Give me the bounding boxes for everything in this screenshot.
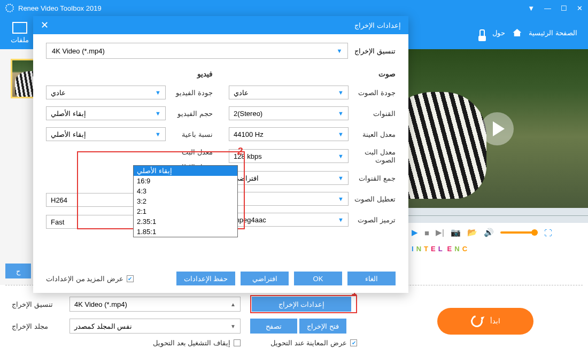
video-size-label: حجم الفيديو	[171, 110, 213, 118]
video-quality-label: جودة الفيديو	[171, 89, 213, 97]
audio-heading: صوت	[229, 69, 396, 78]
start-button-label: ابدأ	[490, 317, 500, 325]
output-folder-select[interactable]: نفس المجلد كمصدر▼	[69, 319, 241, 334]
start-button[interactable]: ابدأ	[437, 308, 533, 335]
add-files-label: ملفات	[11, 36, 29, 44]
video-size-select[interactable]: إبقاء الأصلي▼	[46, 106, 166, 120]
audio-quality-select[interactable]: عادي▼	[229, 86, 349, 99]
audio-bitrate-label: معدل البت الصوت	[354, 148, 396, 164]
dialog-format-select[interactable]: 4K Video (*.mp4)▼	[46, 43, 348, 59]
cancel-button[interactable]: الغاء	[347, 272, 396, 285]
dropdown-option[interactable]: 16:9	[134, 176, 237, 186]
dropdown-option[interactable]: 4:3	[134, 186, 237, 196]
save-settings-button[interactable]: حفظ الإعدادات	[176, 272, 235, 285]
video-preview[interactable]	[406, 49, 588, 208]
output-settings-button[interactable]: إعدادات الإخراج	[252, 297, 351, 312]
output-format-select[interactable]: 4K Video (*.mp4)▲	[69, 297, 241, 312]
audio-codec-label: ترميز الصوت	[354, 216, 396, 224]
output-folder-value: نفس المجلد كمصدر	[74, 322, 132, 330]
app-logo-icon	[5, 4, 14, 12]
chevron-down-icon: ▼	[336, 48, 342, 54]
output-format-value: 4K Video (*.mp4)	[74, 300, 127, 308]
play-button-icon[interactable]: ▶	[412, 228, 418, 237]
disable-audio-select[interactable]: لا▼	[229, 192, 349, 206]
channels-label: القنوات	[354, 110, 396, 118]
disable-audio-label: تعطيل الصوت	[354, 195, 396, 203]
audio-quality-label: جودة الصوت	[354, 89, 396, 97]
filmstrip-plus-icon	[12, 22, 27, 34]
video-heading: فيديو	[46, 69, 213, 78]
annotation-number-2: 2	[237, 146, 243, 157]
volume-icon[interactable]: 🔊	[484, 228, 494, 237]
next-button-icon[interactable]: ▶|	[436, 228, 444, 237]
ok-button[interactable]: OK	[294, 272, 342, 285]
output-folder-label: مجلد الإخراج	[12, 322, 60, 330]
combine-channels-label: جمع القنوات	[354, 174, 396, 182]
snapshot-icon[interactable]: 📷	[451, 228, 461, 237]
home-icon[interactable]	[513, 29, 521, 36]
dropdown-option[interactable]: 2.35:1	[134, 216, 237, 227]
sample-rate-label: معدل العينة	[354, 130, 396, 138]
dropdown-icon[interactable]: ▼	[528, 4, 535, 12]
titlebar: Renee Video Toolbox 2019 ▼ — ☐ ✕	[0, 0, 588, 16]
folder-open-icon[interactable]: 📂	[467, 228, 477, 237]
clear-button[interactable]: ح	[5, 264, 31, 278]
chevron-up-icon: ▲	[230, 301, 236, 307]
video-quality-select[interactable]: عادي▼	[46, 86, 166, 99]
dropdown-option[interactable]: 3:2	[134, 196, 237, 206]
sample-rate-select[interactable]: 44100 Hz▼	[229, 127, 349, 141]
preview-checkbox[interactable]: ✔	[350, 339, 357, 346]
dropdown-option[interactable]: 1.85:1	[134, 227, 237, 237]
play-icon	[493, 121, 505, 136]
open-output-button[interactable]: فتح الإخراج	[299, 319, 346, 334]
add-files-button[interactable]: ملفات	[11, 22, 29, 44]
channels-select[interactable]: 2(Stereo)▼	[229, 106, 349, 120]
volume-slider[interactable]	[500, 231, 538, 234]
preview-label: عرض المعاينة عند التحويل	[270, 339, 347, 347]
timeline-scrubber[interactable]	[406, 208, 588, 223]
dropdown-option-selected[interactable]: إبقاء الأصلي	[134, 166, 237, 176]
browse-button[interactable]: تصفح	[250, 319, 297, 334]
default-button[interactable]: افتراضي	[241, 272, 289, 285]
refresh-icon	[468, 313, 484, 329]
aspect-ratio-select[interactable]: إبقاء الأصلي▼	[46, 127, 166, 141]
show-more-checkbox[interactable]: ✔	[127, 275, 134, 282]
play-overlay-button[interactable]	[481, 112, 514, 145]
output-bar: تنسيق الإخراج 4K Video (*.mp4)▲ 1 إعدادا…	[0, 285, 588, 357]
dialog-close-icon[interactable]: ✕	[41, 19, 49, 31]
lock-icon[interactable]	[479, 29, 485, 36]
player-controls: ▶ ■ ▶| 📷 📂 🔊 ⛶	[406, 223, 588, 242]
output-settings-dialog: إعدادات الإخراج ✕ تنسيق الإخراج 4K Video…	[33, 16, 408, 293]
chevron-down-icon: ▼	[230, 323, 236, 329]
preview-panel: ▶ ■ ▶| 📷 📂 🔊 ⛶ INTEL ENC	[406, 49, 588, 285]
output-format-label: تنسيق الإخراج	[12, 300, 60, 308]
video-bitrate-label: معدل البت	[171, 148, 213, 156]
maximize-icon[interactable]: ☐	[561, 4, 567, 12]
about-link[interactable]: حول	[492, 29, 505, 37]
aspect-ratio-dropdown: إبقاء الأصلي 16:9 4:3 3:2 2:1 2.35:1 1.8…	[133, 165, 238, 237]
encoder-badge: INTEL ENC	[406, 242, 588, 255]
app-title: Renee Video Toolbox 2019	[18, 4, 102, 12]
home-link[interactable]: الصفحة الرئيسية	[529, 29, 577, 37]
close-icon[interactable]: ✕	[577, 4, 583, 12]
stop-button-icon[interactable]: ■	[424, 228, 429, 237]
dialog-title: إعدادات الإخراج	[354, 21, 401, 29]
audio-codec-select[interactable]: mpeg4aac▼	[229, 213, 349, 227]
audio-settings-column: صوت جودة الصوتعادي▼ القنوات2(Stereo)▼ مع…	[229, 69, 396, 237]
show-more-label: عرض المزيد من الإعدادات	[46, 275, 123, 283]
aspect-ratio-label: نسبة باعية	[171, 130, 213, 138]
fullscreen-icon[interactable]: ⛶	[544, 228, 552, 237]
audio-bitrate-select[interactable]: 128 kbps▼	[229, 149, 349, 163]
minimize-icon[interactable]: —	[544, 4, 551, 12]
dropdown-option[interactable]: 2:1	[134, 206, 237, 216]
dialog-format-label: تنسيق الإخراج	[354, 47, 396, 55]
combine-channels-select[interactable]: افتراضي▼	[229, 171, 349, 185]
dialog-format-value: 4K Video (*.mp4)	[52, 47, 105, 55]
annotation-box-1: 1 إعدادات الإخراج	[250, 295, 357, 313]
